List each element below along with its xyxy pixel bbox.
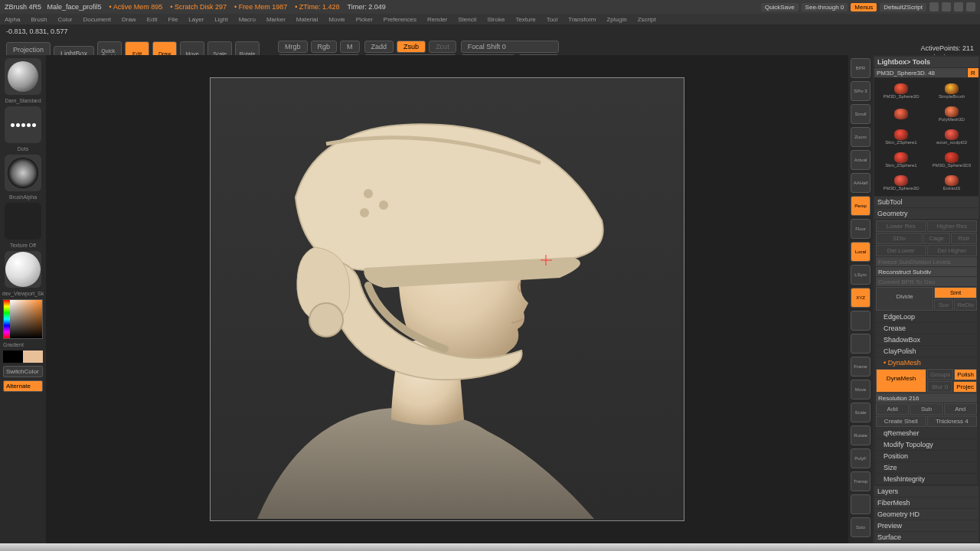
nav-zoom[interactable]: Zoom bbox=[851, 127, 871, 147]
color-pair[interactable] bbox=[3, 350, 43, 363]
edgeloop-section[interactable]: EdgeLoop bbox=[876, 311, 977, 322]
menu-brush[interactable]: Brush bbox=[31, 16, 47, 23]
nav-local[interactable]: Local bbox=[851, 242, 871, 262]
material-swatch[interactable] bbox=[5, 251, 41, 288]
nav-floor[interactable]: Floor bbox=[851, 219, 871, 239]
geometry-section[interactable]: Geometry bbox=[874, 208, 978, 219]
nav-icon-12[interactable] bbox=[851, 334, 871, 354]
nav-xyz[interactable]: XYZ bbox=[851, 288, 871, 308]
rediv-button[interactable]: ReDiv bbox=[954, 299, 977, 311]
focal-shift[interactable]: Focal Shift 0 bbox=[461, 41, 560, 53]
texture-swatch[interactable] bbox=[5, 203, 41, 240]
groups-toggle[interactable]: Groups bbox=[927, 369, 953, 380]
menu-texture[interactable]: Texture bbox=[515, 16, 535, 23]
menu-render[interactable]: Render bbox=[427, 16, 447, 23]
mrgb-toggle[interactable]: Mrgb bbox=[278, 41, 308, 53]
color-picker[interactable] bbox=[3, 299, 43, 339]
tool-PM3D_Sphere3D3[interactable]: PM3D_Sphere3D3 bbox=[926, 148, 977, 171]
window-hide[interactable] bbox=[929, 2, 939, 11]
dm-sub[interactable]: Sub bbox=[910, 403, 942, 415]
shadowbox-section[interactable]: ShadowBox bbox=[876, 334, 977, 345]
section-layers[interactable]: Layers bbox=[874, 486, 978, 497]
viewport[interactable] bbox=[210, 77, 684, 521]
menu-document[interactable]: Document bbox=[83, 16, 111, 23]
menu-file[interactable]: File bbox=[168, 16, 178, 23]
alternate-button[interactable]: Alternate bbox=[3, 380, 43, 392]
del-higher[interactable]: Del Higher bbox=[927, 245, 978, 256]
tool-PolyMesh3D[interactable]: PolyMesh3D bbox=[926, 103, 977, 126]
tool-grid[interactable]: PM3D_Sphere3DSimpleBrushPolyMesh3DSkin_Z… bbox=[874, 78, 978, 196]
nav-actual[interactable]: Actual bbox=[851, 150, 871, 170]
switchcolor-button[interactable]: SwitchColor bbox=[3, 366, 43, 377]
window-min[interactable] bbox=[942, 2, 951, 11]
divide-button[interactable]: Divide bbox=[876, 287, 933, 311]
seethrough-slider[interactable]: See-through 0 bbox=[802, 3, 848, 11]
nav-icon-19[interactable] bbox=[851, 494, 871, 514]
subtool-section[interactable]: SubTool bbox=[874, 197, 978, 207]
menu-color[interactable]: Color bbox=[57, 16, 72, 23]
m-toggle[interactable]: M bbox=[340, 41, 360, 53]
window-max[interactable] bbox=[954, 2, 963, 11]
menus-toggle[interactable]: Menus bbox=[851, 3, 877, 11]
tool-PM3D_Sphere3D[interactable]: PM3D_Sphere3D bbox=[876, 171, 926, 194]
smt-toggle[interactable]: Smt bbox=[934, 287, 977, 298]
higher-res[interactable]: Higher Res bbox=[927, 220, 978, 232]
meshintegrity-section[interactable]: MeshIntegrity bbox=[876, 474, 977, 484]
polish-toggle[interactable]: Polish bbox=[954, 369, 977, 380]
nav-spix-3[interactable]: SPix 3 bbox=[851, 81, 871, 101]
menu-picker[interactable]: Picker bbox=[356, 16, 373, 23]
menu-preferences[interactable]: Preferences bbox=[384, 16, 416, 23]
nav-lsym[interactable]: LSym bbox=[851, 265, 871, 285]
reconstruct-subdiv[interactable]: Reconstruct Subdiv bbox=[876, 267, 977, 276]
window-close[interactable] bbox=[966, 2, 975, 11]
menu-draw[interactable]: Draw bbox=[122, 16, 136, 23]
stroke-swatch[interactable] bbox=[5, 106, 41, 143]
tool-r-button[interactable]: R bbox=[968, 68, 978, 77]
rgb-toggle[interactable]: Rgb bbox=[311, 41, 338, 53]
claypolish-section[interactable]: ClayPolish bbox=[876, 346, 977, 357]
alpha-swatch[interactable] bbox=[5, 155, 41, 191]
tool-Skin_ZSphere1[interactable]: Skin_ZSphere1 bbox=[876, 148, 926, 171]
menu-material[interactable]: Material bbox=[296, 16, 318, 23]
nav-aahalf[interactable]: AAHalf bbox=[851, 173, 871, 193]
size-section[interactable]: Size bbox=[876, 462, 977, 473]
nav-icon-11[interactable] bbox=[851, 311, 871, 331]
tool-SimpleBrush[interactable]: SimpleBrush bbox=[926, 80, 977, 103]
section-geometry-hd[interactable]: Geometry HD bbox=[874, 509, 978, 520]
menu-zplugin[interactable]: Zplugin bbox=[606, 16, 626, 23]
del-lower[interactable]: Del Lower bbox=[876, 245, 926, 256]
nav-transp[interactable]: Transp bbox=[851, 471, 871, 491]
current-tool[interactable]: PM3D_Sphere3D. 48 bbox=[874, 68, 967, 77]
menu-movie[interactable]: Movie bbox=[328, 16, 345, 23]
modify-topology-section[interactable]: Modify Topology bbox=[876, 439, 977, 450]
section-preview[interactable]: Preview bbox=[874, 520, 978, 531]
menu-light[interactable]: Light bbox=[214, 16, 227, 23]
tool-avion_sculpt02[interactable]: avion_sculpt02 bbox=[926, 126, 977, 148]
nav-scroll[interactable]: Scroll bbox=[851, 104, 871, 124]
default-zscript[interactable]: DefaultZScript bbox=[880, 3, 926, 11]
nav-rotate[interactable]: Rotate bbox=[851, 425, 871, 445]
menu-alpha[interactable]: Alpha bbox=[5, 16, 20, 23]
nav-persp[interactable]: Persp bbox=[851, 196, 871, 216]
zsub-toggle[interactable]: Zsub bbox=[397, 41, 426, 53]
menu-zscript[interactable]: Zscript bbox=[638, 16, 656, 23]
menu-stroke[interactable]: Stroke bbox=[487, 16, 505, 23]
lower-res[interactable]: Lower Res bbox=[876, 220, 926, 232]
dynamesh-button[interactable]: DynaMesh bbox=[876, 369, 926, 393]
menu-edit[interactable]: Edit bbox=[147, 16, 158, 23]
position-section[interactable]: Position bbox=[876, 451, 977, 461]
nav-move[interactable]: Move bbox=[851, 380, 871, 399]
crease-section[interactable]: Crease bbox=[876, 323, 977, 334]
menu-macro[interactable]: Macro bbox=[239, 16, 256, 23]
sdiv[interactable]: SDiv bbox=[876, 233, 923, 244]
nav-bpr[interactable]: BPR bbox=[851, 58, 871, 78]
dm-and[interactable]: And bbox=[944, 403, 977, 415]
project-toggle[interactable]: Projec bbox=[953, 381, 977, 393]
freeze-subdiv[interactable]: Freeze SubDivision Levels bbox=[876, 257, 977, 266]
thickness-slider[interactable]: Thickness 4 bbox=[927, 416, 978, 427]
suv-toggle[interactable]: Suv bbox=[934, 299, 953, 311]
quicksave-button[interactable]: QuickSave bbox=[761, 3, 799, 11]
zcut-toggle[interactable]: Zcut bbox=[429, 41, 456, 53]
menu-layer[interactable]: Layer bbox=[188, 16, 204, 23]
nav-polyf[interactable]: PolyF bbox=[851, 448, 871, 468]
